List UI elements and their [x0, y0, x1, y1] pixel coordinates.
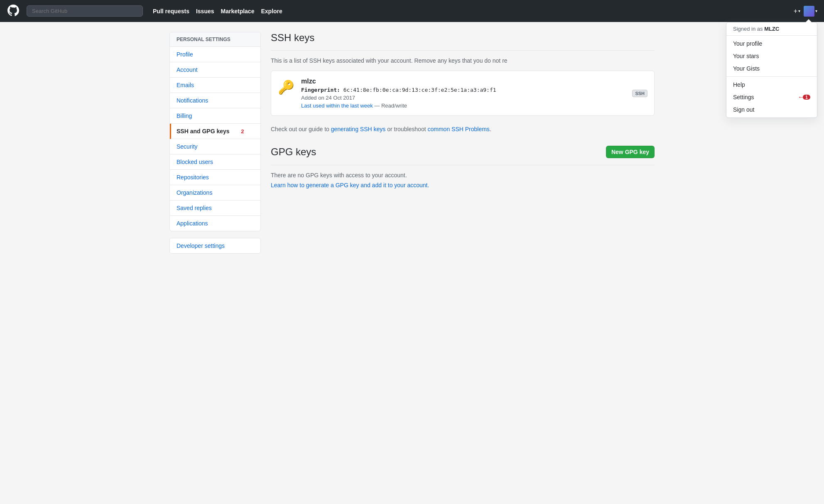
- sidebar-item-notifications[interactable]: Notifications: [170, 93, 260, 108]
- key-status: Last used within the last week — Read/wr…: [301, 103, 625, 109]
- new-item-button[interactable]: + ▾: [794, 7, 800, 15]
- avatar-chevron[interactable]: ▾: [815, 9, 817, 13]
- your-profile-item[interactable]: Your profile: [726, 37, 817, 50]
- help-item[interactable]: Help: [726, 78, 817, 91]
- gpg-empty-text: There are no GPG keys with access to you…: [271, 172, 655, 179]
- marketplace-link[interactable]: Marketplace: [221, 8, 255, 15]
- your-gists-item[interactable]: Your Gists: [726, 62, 817, 75]
- dropdown-header: Signed in as MLZC: [726, 22, 817, 36]
- generating-ssh-keys-link[interactable]: generating SSH keys: [331, 126, 386, 132]
- pull-requests-link[interactable]: Pull requests: [153, 8, 189, 15]
- sidebar-main-section: Personal settings Profile Account Emails…: [169, 32, 261, 231]
- gpg-learn-text: Learn how to generate a GPG key and add …: [271, 182, 655, 188]
- key-name: mlzc: [301, 78, 625, 85]
- sidebar-item-emails[interactable]: Emails: [170, 78, 260, 93]
- sidebar: Personal settings Profile Account Emails…: [169, 32, 261, 260]
- dropdown-section-settings: Help Settings ← 1 Sign out: [726, 77, 817, 117]
- settings-item[interactable]: Settings ← 1: [726, 91, 817, 103]
- key-added: Added on 24 Oct 2017: [301, 95, 625, 101]
- key-info: mlzc Fingerprint: 6c:41:8e:fb:0e:ca:9d:1…: [301, 78, 625, 109]
- gpg-title: GPG keys: [271, 146, 316, 158]
- sidebar-item-account[interactable]: Account: [170, 62, 260, 78]
- sidebar-heading: Personal settings: [170, 32, 260, 47]
- navbar-right: + ▾ ▾: [794, 6, 817, 17]
- ssh-badge: SSH: [632, 90, 647, 97]
- key-icon: 🔑: [278, 79, 294, 95]
- sidebar-item-profile[interactable]: Profile: [170, 47, 260, 62]
- settings-badge: 1: [803, 95, 810, 100]
- ssh-key-count: 2: [241, 128, 244, 135]
- dropdown-section-profile: Your profile Your stars Your Gists: [726, 36, 817, 77]
- gpg-learn-link[interactable]: generate a GPG key and add it to your ac…: [306, 182, 428, 188]
- sidebar-item-developer-settings[interactable]: Developer settings: [170, 238, 260, 253]
- ssh-description: This is a list of SSH keys associated wi…: [271, 57, 655, 64]
- navbar: Pull requests Issues Marketplace Explore…: [0, 0, 824, 22]
- search-input[interactable]: [27, 5, 143, 17]
- user-dropdown: Signed in as MLZC Your profile Your star…: [726, 22, 817, 118]
- ssh-key-card: 🔑 mlzc Fingerprint: 6c:41:8e:fb:0e:ca:9d…: [271, 71, 655, 116]
- new-gpg-key-button[interactable]: New GPG key: [606, 146, 655, 158]
- sidebar-item-billing[interactable]: Billing: [170, 108, 260, 124]
- github-logo[interactable]: [7, 4, 20, 18]
- guide-text: Check out our guide to generating SSH ke…: [271, 126, 655, 132]
- sidebar-item-repositories[interactable]: Repositories: [170, 170, 260, 185]
- avatar-button[interactable]: [804, 6, 814, 17]
- main-content: SSH keys This is a list of SSH keys asso…: [271, 32, 655, 260]
- navbar-links: Pull requests Issues Marketplace Explore: [153, 8, 787, 15]
- sidebar-item-blocked-users[interactable]: Blocked users: [170, 154, 260, 170]
- issues-link[interactable]: Issues: [196, 8, 214, 15]
- gpg-section-title: GPG keys New GPG key: [271, 146, 655, 165]
- chevron-down-icon: ▾: [798, 9, 800, 13]
- sidebar-item-ssh-gpg-keys[interactable]: SSH and GPG keys 2: [170, 124, 260, 139]
- your-stars-item[interactable]: Your stars: [726, 50, 817, 62]
- sidebar-item-security[interactable]: Security: [170, 139, 260, 154]
- explore-link[interactable]: Explore: [261, 8, 282, 15]
- sidebar-item-saved-replies[interactable]: Saved replies: [170, 201, 260, 216]
- ssh-problems-link[interactable]: common SSH Problems: [427, 126, 489, 132]
- sign-out-item[interactable]: Sign out: [726, 103, 817, 116]
- plus-icon: +: [794, 7, 797, 15]
- avatar: [804, 6, 814, 17]
- page-container: Personal settings Profile Account Emails…: [163, 22, 661, 270]
- sidebar-developer-section: Developer settings: [169, 238, 261, 254]
- ssh-keys-title: SSH keys: [271, 32, 655, 51]
- sidebar-item-applications[interactable]: Applications: [170, 216, 260, 231]
- sidebar-item-organizations[interactable]: Organizations: [170, 185, 260, 201]
- key-fingerprint: Fingerprint: 6c:41:8e:fb:0e:ca:9d:13:ce:…: [301, 87, 625, 93]
